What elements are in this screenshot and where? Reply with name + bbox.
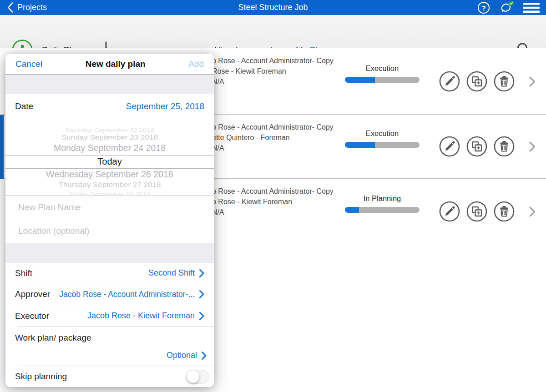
picker-item[interactable]: Saturday September 22 2018 — [5, 127, 214, 133]
daily-plans-toolbar: Daily Plans View by executor:My Plans — [0, 15, 546, 48]
edit-icon[interactable] — [439, 201, 460, 222]
delete-icon[interactable] — [494, 71, 515, 92]
chevron-right-icon — [199, 269, 204, 277]
edit-icon[interactable] — [439, 136, 460, 157]
plan-name-placeholder: New Plan Name — [18, 202, 81, 212]
skip-planning-toggle[interactable] — [186, 370, 209, 384]
selected-row-indicator — [0, 115, 4, 179]
plan-approver-text: o Rose - Account Administrator- Copy — [212, 55, 334, 66]
duplicate-icon[interactable] — [466, 201, 487, 222]
progress-bar — [345, 77, 420, 83]
chevron-right-icon[interactable] — [529, 141, 536, 152]
plan-executor-text: Rose - Kiewit Foreman — [212, 66, 334, 76]
svg-text:?: ? — [481, 4, 485, 11]
spacer — [5, 243, 214, 263]
chevron-right-icon[interactable] — [529, 206, 536, 217]
popover-title: New daily plan — [86, 59, 146, 69]
duplicate-icon[interactable] — [466, 71, 487, 92]
plan-location-text: N/A — [212, 76, 334, 87]
skip-planning-row: Skip planning — [5, 366, 214, 387]
plan-approver-text: o Rose - Account Administrator- Copy — [212, 186, 334, 196]
hamburger-menu-icon[interactable] — [523, 2, 540, 13]
picker-item[interactable]: Thursday September 27 2018 — [5, 181, 214, 189]
progress-fill — [345, 77, 375, 83]
location-field[interactable]: Location (optional) — [5, 219, 214, 243]
plan-details: o Rose - Account Administrator- Copy ett… — [212, 122, 334, 153]
date-value[interactable]: September 25, 2018 — [126, 101, 204, 111]
plan-executor-text: ette Quintero - Foreman — [212, 132, 334, 143]
plan-location-text: N/A — [212, 207, 334, 217]
duplicate-icon[interactable] — [466, 136, 487, 157]
picker-item[interactable]: Sunday September 23 2018 — [5, 134, 214, 141]
plan-name-field[interactable]: New Plan Name — [5, 196, 214, 219]
picker-divider — [5, 155, 214, 156]
shift-row[interactable]: Shift Second Shift — [5, 263, 214, 283]
date-row[interactable]: Date September 25, 2018 — [5, 94, 214, 118]
progress-fill — [345, 142, 375, 148]
new-daily-plan-popover: Cancel New daily plan Add Date September… — [5, 54, 214, 387]
work-plan-row[interactable]: Work plan/ package Optional — [5, 327, 214, 366]
page-title: Steel Structure Job — [0, 3, 546, 12]
plan-approver-text: o Rose - Account Administrator- Copy — [212, 122, 334, 132]
help-icon[interactable]: ? — [477, 1, 490, 14]
cancel-button[interactable]: Cancel — [15, 59, 42, 69]
approver-label: Approver — [15, 289, 50, 299]
popover-header: Cancel New daily plan Add — [5, 54, 214, 75]
plan-status: In Planning — [345, 194, 420, 213]
progress-fill — [345, 207, 359, 213]
plan-details: o Rose - Account Administrator- Copy o R… — [212, 186, 334, 217]
plan-details: o Rose - Account Administrator- Copy Ros… — [212, 55, 334, 87]
picker-item-selected[interactable]: Today — [5, 156, 214, 167]
shift-value[interactable]: Second Shift — [148, 268, 195, 278]
sync-icon[interactable] — [498, 0, 515, 15]
date-picker-wheel[interactable]: Saturday September 22 2018 Sunday Septem… — [5, 118, 214, 196]
spacer — [5, 75, 214, 94]
delete-icon[interactable] — [494, 201, 515, 222]
plan-status: Execution — [345, 64, 420, 83]
status-label: In Planning — [345, 194, 420, 203]
chevron-right-icon[interactable] — [529, 76, 536, 87]
location-placeholder: Location (optional) — [18, 226, 89, 236]
picker-divider — [5, 168, 214, 169]
top-navigation-bar: Projects Steel Structure Job ? — [0, 0, 546, 15]
progress-bar — [345, 142, 420, 148]
status-label: Execution — [345, 129, 420, 138]
work-plan-label: Work plan/ package — [15, 333, 91, 343]
plan-executor-text: o Rose - Kiewit Foreman — [212, 196, 334, 207]
chevron-right-icon — [199, 312, 204, 320]
delete-icon[interactable] — [494, 136, 515, 157]
edit-icon[interactable] — [439, 71, 460, 92]
picker-item[interactable]: Wednesday September 26 2018 — [5, 169, 214, 180]
toggle-knob — [187, 370, 199, 383]
executor-row[interactable]: Executor Jacob Rose - Kiewit Foreman — [5, 305, 214, 327]
progress-bar — [345, 207, 420, 213]
chevron-right-icon — [199, 290, 204, 298]
executor-value[interactable]: Jacob Rose - Kiewit Foreman — [87, 311, 195, 321]
approver-value[interactable]: Jacob Rose - Account Administrator-... — [59, 290, 195, 299]
date-label: Date — [15, 101, 33, 111]
plan-status: Execution — [345, 129, 420, 148]
shift-label: Shift — [15, 268, 32, 278]
chevron-right-icon — [202, 352, 207, 360]
add-button[interactable]: Add — [188, 59, 204, 69]
picker-item[interactable]: Friday September 28 2018 — [5, 191, 214, 196]
skip-planning-label: Skip planning — [15, 372, 67, 382]
approver-row[interactable]: Approver Jacob Rose - Account Administra… — [5, 283, 214, 305]
executor-label: Executor — [15, 311, 49, 321]
plan-location-text: N/A — [212, 143, 334, 153]
picker-item[interactable]: Monday September 24 2018 — [5, 143, 214, 153]
work-plan-value[interactable]: Optional — [167, 351, 197, 360]
status-label: Execution — [345, 64, 420, 73]
